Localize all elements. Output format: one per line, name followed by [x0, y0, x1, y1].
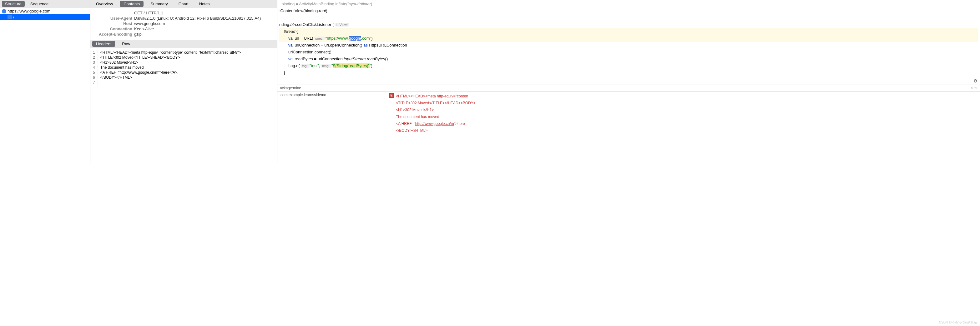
- content-tabs: Overview Contents Summary Chart Notes: [91, 0, 277, 8]
- tab-contents[interactable]: Contents: [120, 1, 143, 7]
- body-line: <H1>302 Moved</H1>: [100, 60, 241, 65]
- page-icon: [8, 15, 12, 19]
- right-panel: . binding = ActivityMainBinding.inflate(…: [277, 0, 980, 163]
- body-tabs: Headers Raw: [91, 40, 277, 48]
- hdr-ua-key: User-Agent: [94, 16, 134, 21]
- globe-icon: [2, 9, 6, 13]
- body-line: <TITLE>302 Moved</TITLE></HEAD><BODY>: [100, 55, 241, 60]
- left-panel: Structure Sequence https://www.google.co…: [0, 0, 91, 163]
- tree-host-label: https://www.google.com: [8, 9, 50, 13]
- hdr-host-val: www.google.com: [134, 21, 165, 26]
- hdr-host-key: Host: [94, 21, 134, 26]
- log-toolbar: [277, 77, 980, 85]
- tab-raw[interactable]: Raw: [118, 41, 134, 47]
- request-line: GET / HTTP/1.1: [134, 11, 163, 15]
- tree-path[interactable]: /: [0, 14, 90, 20]
- middle-panel: Overview Contents Summary Chart Notes GE…: [91, 0, 277, 163]
- filter-clear-icon[interactable]: ×: [970, 86, 973, 90]
- left-tabs: Structure Sequence: [0, 0, 90, 8]
- hdr-enc-val: gzip: [134, 32, 142, 36]
- tab-structure[interactable]: Structure: [2, 1, 25, 7]
- log-filter-input[interactable]: ackage:mine: [280, 86, 301, 90]
- hdr-enc-key: Accept-Encoding: [94, 32, 134, 36]
- log-level-badge: E: [389, 93, 394, 98]
- request-headers: GET / HTTP/1.1 User-AgentDalvik/2.1.0 (L…: [91, 8, 277, 40]
- body-line: <A HREF="http://www.google.cn/m">here</A…: [100, 70, 241, 75]
- log-message: <HTML><HEAD><meta http-equiv="conten <TI…: [395, 92, 477, 163]
- tab-notes[interactable]: Notes: [196, 1, 213, 7]
- body-line: <HTML><HEAD><meta http-equiv="content-ty…: [100, 50, 241, 55]
- filter-star-icon[interactable]: ☆: [974, 86, 977, 90]
- logcat-output[interactable]: com.example.learnssldemo E <HTML><HEAD><…: [277, 92, 980, 163]
- body-line: The document has moved: [100, 65, 241, 70]
- tree-host[interactable]: https://www.google.com: [0, 8, 90, 14]
- tab-sequence[interactable]: Sequence: [27, 1, 52, 7]
- code-editor[interactable]: . binding = ActivityMainBinding.inflate(…: [277, 0, 980, 77]
- hdr-conn-val: Keep-Alive: [134, 27, 154, 31]
- log-source: com.example.learnssldemo: [277, 92, 388, 163]
- tab-summary[interactable]: Summary: [146, 1, 172, 7]
- line-gutter: 1 2 3 4 5 6 7: [91, 48, 98, 87]
- tree-path-label: /: [13, 15, 14, 19]
- tab-chart[interactable]: Chart: [175, 1, 192, 7]
- hdr-ua-val: Dalvik/2.1.0 (Linux; U; Android 12; Pixe…: [134, 16, 261, 21]
- log-filter-bar: ackage:mine × ☆: [277, 85, 980, 92]
- body-line: </BODY></HTML>: [100, 75, 241, 80]
- tab-headers[interactable]: Headers: [92, 41, 115, 47]
- body-content[interactable]: <HTML><HEAD><meta http-equiv="content-ty…: [98, 48, 243, 87]
- response-body: 1 2 3 4 5 6 7 <HTML><HEAD><meta http-equ…: [91, 48, 277, 87]
- hdr-conn-key: Connection: [94, 27, 134, 31]
- tab-overview[interactable]: Overview: [92, 1, 117, 7]
- request-tree: https://www.google.com /: [0, 8, 90, 163]
- gear-icon[interactable]: [974, 78, 977, 83]
